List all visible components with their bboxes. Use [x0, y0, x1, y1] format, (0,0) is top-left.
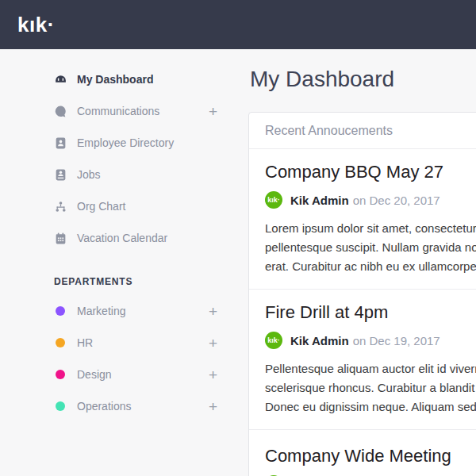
- sidebar-item-my-dashboard[interactable]: My Dashboard: [0, 63, 238, 95]
- sidebar-item-operations[interactable]: Operations +: [0, 390, 238, 422]
- sidebar-item-label: Communications: [77, 105, 159, 117]
- add-marketing-button[interactable]: +: [209, 304, 217, 319]
- post-title[interactable]: Fire Drill at 4pm: [265, 302, 476, 323]
- add-operations-button[interactable]: +: [209, 399, 217, 414]
- announcement-post[interactable]: Company Wide Meeting kık· Kik Admin on D…: [249, 430, 476, 476]
- post-meta: kık· Kik Admin on Dec 19, 2017: [265, 332, 476, 349]
- sidebar-item-label: Jobs: [77, 168, 101, 181]
- post-date: on Dec 20, 2017: [353, 194, 440, 207]
- dashboard-icon: [54, 73, 67, 86]
- post-title[interactable]: Company Wide Meeting: [265, 446, 476, 466]
- sidebar-item-marketing[interactable]: Marketing +: [0, 295, 238, 327]
- announcement-post[interactable]: Fire Drill at 4pm kık· Kik Admin on Dec …: [249, 290, 476, 430]
- chat-bubble-icon: [54, 105, 67, 118]
- jobs-badge-icon: [54, 168, 67, 182]
- sidebar-item-jobs[interactable]: Jobs: [0, 159, 238, 190]
- id-card-icon: [54, 136, 67, 150]
- add-design-button[interactable]: +: [209, 367, 217, 382]
- post-body: Pellentesque aliquam auctor elit id vive…: [265, 359, 476, 416]
- post-body: Lorem ipsum dolor sit amet, consectetur …: [265, 219, 476, 276]
- page-title: My Dashboard: [250, 67, 394, 92]
- sidebar-item-employee-directory[interactable]: Employee Directory: [0, 127, 238, 159]
- sidebar-item-label: Org Chart: [77, 200, 125, 213]
- sidebar-item-communications[interactable]: Communications +: [0, 95, 238, 127]
- announcement-post[interactable]: Company BBQ May 27 kık· Kik Admin on Dec…: [249, 149, 476, 290]
- post-date: on Dec 19, 2017: [353, 334, 440, 347]
- sidebar-item-label: My Dashboard: [77, 73, 153, 86]
- sidebar-item-vacation-calendar[interactable]: Vacation Calendar: [0, 222, 238, 254]
- operations-dot-icon: [56, 401, 65, 411]
- kik-admin-avatar: kık·: [265, 191, 282, 209]
- sidebar-item-design[interactable]: Design +: [0, 359, 238, 390]
- hr-dot-icon: [56, 338, 65, 347]
- marketing-dot-icon: [56, 306, 65, 316]
- departments-heading: DEPARTMENTS: [54, 276, 238, 287]
- design-dot-icon: [56, 370, 65, 379]
- kik-logo[interactable]: kık·: [17, 13, 55, 37]
- card-header: Recent Annoucements: [249, 113, 476, 149]
- sidebar-item-hr[interactable]: HR +: [0, 327, 238, 359]
- sidebar-item-label: HR: [77, 336, 93, 349]
- sidebar-item-label: Employee Directory: [77, 136, 174, 149]
- add-hr-button[interactable]: +: [209, 336, 217, 351]
- post-author: Kik Admin: [290, 334, 349, 347]
- top-bar: kık·: [0, 0, 476, 49]
- add-communication-button[interactable]: +: [209, 104, 217, 119]
- announcements-card: Recent Annoucements Company BBQ May 27 k…: [248, 112, 476, 476]
- sidebar-item-label: Operations: [77, 400, 131, 413]
- sidebar: My Dashboard Communications + Employee D…: [0, 49, 238, 476]
- post-title[interactable]: Company BBQ May 27: [265, 162, 476, 182]
- sidebar-item-label: Design: [77, 368, 112, 381]
- post-author: Kik Admin: [290, 194, 349, 207]
- kik-admin-avatar: kık·: [265, 332, 282, 349]
- sidebar-item-label: Vacation Calendar: [77, 232, 167, 244]
- calendar-icon: [54, 232, 67, 245]
- org-chart-icon: [54, 200, 67, 213]
- sidebar-item-label: Marketing: [77, 305, 125, 317]
- sidebar-item-org-chart[interactable]: Org Chart: [0, 190, 238, 222]
- post-meta: kık· Kik Admin on Dec 20, 2017: [265, 191, 476, 209]
